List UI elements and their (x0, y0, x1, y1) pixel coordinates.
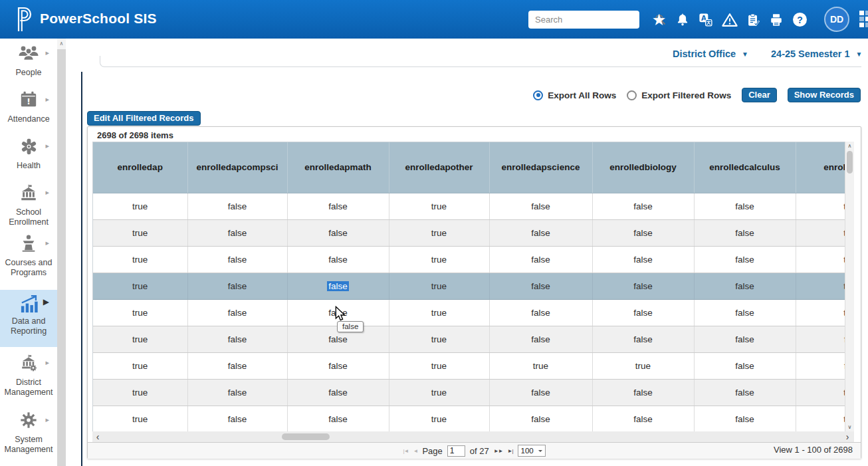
apps-grid-icon[interactable] (859, 11, 868, 31)
table-cell[interactable]: true (93, 406, 187, 431)
table-cell[interactable]: true (389, 406, 489, 431)
table-cell[interactable]: true (389, 246, 489, 273)
table-row[interactable]: truefalsefalsetruefalsefalsefalsetru (93, 273, 845, 299)
table-cell[interactable]: true (592, 352, 694, 379)
page-number-input[interactable] (447, 445, 465, 457)
sidebar-item-courses-and-programs[interactable]: ▸ Courses and Programs (0, 231, 57, 278)
table-cell[interactable]: false (287, 219, 389, 246)
table-cell[interactable]: true (389, 299, 489, 326)
table-cell[interactable]: tru (796, 406, 845, 431)
table-cell[interactable]: false (592, 273, 694, 299)
powerschool-logo-icon[interactable] (15, 6, 33, 35)
sidebar-item-school-enrollment[interactable]: ▸ School Enrollment (0, 181, 57, 227)
table-cell[interactable]: false (187, 299, 287, 326)
table-cell[interactable]: true (389, 352, 489, 379)
table-row[interactable]: truefalsefalsetruetruetruefalsefal (93, 352, 845, 379)
favorites-star-icon[interactable]: ★ (650, 11, 668, 29)
table-cell[interactable]: false (592, 219, 694, 246)
sidebar-item-system-management[interactable]: ▸ System Management (0, 408, 57, 455)
table-cell[interactable]: true (389, 273, 489, 299)
table-row[interactable]: truefalsefalsetruefalsefalsefalsetru (93, 246, 845, 273)
table-cell[interactable]: tru (796, 299, 845, 326)
table-cell[interactable]: true (389, 193, 489, 219)
pager-prev-icon[interactable]: ◄ (413, 448, 417, 454)
table-row[interactable]: truefalsefalsetruefalsefalsefalsetru (93, 406, 845, 431)
table-cell[interactable]: true (93, 379, 187, 406)
table-cell[interactable]: false (287, 193, 389, 219)
table-cell[interactable]: false (694, 273, 796, 299)
table-cell[interactable]: false (187, 246, 287, 273)
table-cell[interactable]: false (489, 299, 592, 326)
table-cell[interactable]: true (93, 352, 187, 379)
column-header[interactable]: enrolledapcompsci (187, 142, 287, 193)
table-cell[interactable]: false (287, 273, 389, 299)
column-header[interactable]: enrolledapscience (489, 142, 592, 193)
sidebar-scrollbar[interactable]: ∧ (57, 39, 66, 466)
sidebar-item-people[interactable]: ▸ People (0, 41, 57, 78)
sidebar-item-health[interactable]: ▸ Health (0, 134, 57, 171)
table-cell[interactable]: true (389, 219, 489, 246)
table-cell[interactable]: false (187, 219, 287, 246)
table-cell[interactable]: false (489, 406, 592, 431)
table-cell[interactable]: fal (796, 326, 845, 352)
column-header[interactable]: enrolledcalculus (694, 142, 796, 193)
scroll-up-icon[interactable]: ∧ (57, 39, 66, 49)
table-horizontal-scrollbar[interactable]: ‹ › (92, 431, 854, 442)
table-row[interactable]: truefalsefalsetruefalsefalsefalsefal (93, 326, 845, 352)
table-cell[interactable]: tru (796, 379, 845, 406)
table-cell[interactable]: false (694, 299, 796, 326)
table-cell[interactable]: false (287, 379, 389, 406)
clear-button[interactable]: Clear (742, 88, 777, 102)
table-cell[interactable]: false (592, 406, 694, 431)
sidebar-item-data-and-reporting[interactable]: ▶ Data and Reporting (0, 290, 57, 347)
user-avatar[interactable]: DD (824, 7, 849, 32)
table-cell[interactable]: tru (796, 246, 845, 273)
vertical-scroll-thumb[interactable] (847, 151, 853, 174)
table-row[interactable]: truefalsefalsetruefalsefalsefalsetru (93, 219, 845, 246)
table-cell[interactable]: true (389, 379, 489, 406)
table-cell[interactable]: false (592, 379, 694, 406)
table-cell[interactable]: false (489, 273, 592, 299)
show-records-button[interactable]: Show Records (788, 88, 861, 102)
table-cell[interactable]: false (694, 379, 796, 406)
table-cell[interactable]: false (694, 246, 796, 273)
radio-selected-icon[interactable] (533, 90, 543, 100)
table-cell[interactable]: false (287, 352, 389, 379)
translate-language-icon[interactable]: A (697, 11, 714, 29)
table-cell[interactable]: false (592, 299, 694, 326)
table-cell[interactable]: false (489, 326, 592, 352)
column-header[interactable]: enrolledche (796, 142, 845, 193)
table-cell[interactable]: true (93, 299, 187, 326)
notifications-bell-icon[interactable] (673, 11, 691, 29)
table-cell[interactable]: false (187, 273, 287, 299)
alerts-warning-icon[interactable] (720, 11, 738, 29)
table-row[interactable]: truefalsefalsetruefalsefalsefalsetru (93, 299, 845, 326)
table-cell[interactable]: false (694, 219, 796, 246)
scroll-right-icon[interactable]: › (842, 432, 853, 441)
table-cell[interactable]: false (694, 326, 796, 352)
pager-first-icon[interactable]: |◄ (403, 448, 408, 454)
table-cell[interactable]: true (93, 326, 187, 352)
radio-unselected-icon[interactable] (627, 90, 637, 100)
table-cell[interactable]: false (489, 219, 592, 246)
page-size-select[interactable]: 100 (518, 445, 546, 457)
table-cell[interactable]: false (187, 352, 287, 379)
table-cell[interactable]: fal (796, 352, 845, 379)
export-filtered-rows-radio[interactable]: Export Filtered Rows (627, 90, 731, 100)
edit-all-filtered-records-button[interactable]: Edit All Filtered Records (87, 111, 201, 126)
scroll-up-icon[interactable]: ∧ (845, 143, 854, 149)
table-row[interactable]: truefalsefalsetruefalsefalsefalsetru (93, 379, 845, 406)
table-cell[interactable]: true (93, 246, 187, 273)
table-cell[interactable]: false (287, 246, 389, 273)
table-cell[interactable]: false (489, 193, 592, 219)
table-cell[interactable]: true (93, 273, 187, 299)
pager-next-icon[interactable]: ►► (494, 448, 503, 454)
table-cell[interactable]: false (694, 193, 796, 219)
column-header[interactable]: enrolledapother (389, 142, 489, 193)
horizontal-scroll-thumb[interactable] (282, 433, 330, 440)
scroll-down-icon[interactable]: ∨ (845, 424, 854, 430)
column-header[interactable]: enrolledapmath (287, 142, 389, 193)
table-row[interactable]: truefalsefalsetruefalsefalsefalsetru (93, 193, 845, 219)
pager-last-icon[interactable]: ►| (508, 448, 513, 454)
help-icon[interactable]: ? (791, 11, 809, 29)
